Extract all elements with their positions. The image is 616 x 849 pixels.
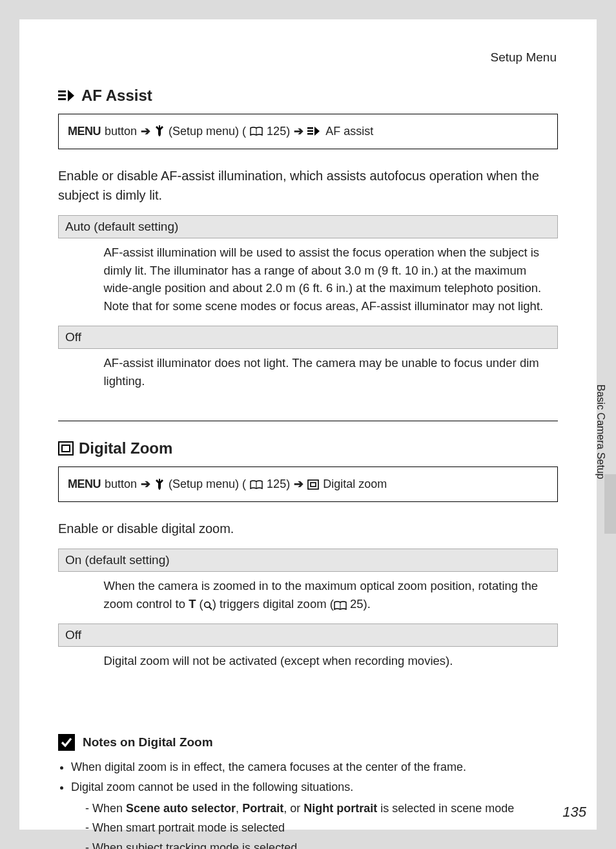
digital-zoom-icon <box>307 479 319 490</box>
notes-header: Notes on Digital Zoom <box>58 734 558 751</box>
menu-button-label: MENU <box>68 475 101 494</box>
note-sub-item: When Scene auto selector, Portrait, or N… <box>85 799 558 819</box>
nav-setup-text: (Setup menu) ( <box>169 475 246 494</box>
nav-item: AF assist <box>325 122 373 141</box>
option-label: Auto (default setting) <box>59 215 558 238</box>
af-assist-icon <box>58 89 76 103</box>
check-icon <box>58 734 75 751</box>
nav-pageref: 125) <box>267 475 290 494</box>
page-number: 135 <box>562 804 586 821</box>
manual-page: Setup Menu AF Assist MENU button ➔ (Setu… <box>19 19 597 830</box>
arrow-icon: ➔ <box>141 475 150 494</box>
option-label: Off <box>59 326 558 348</box>
section1-title-text: AF Assist <box>81 87 152 105</box>
option-desc: When the camera is zoomed in to the maxi… <box>59 572 558 624</box>
svg-rect-1 <box>58 94 66 96</box>
note-item: When digital zoom is in effect, the came… <box>71 757 558 777</box>
option-desc: AF-assist illumination will be used to a… <box>59 238 558 326</box>
option-label: Off <box>59 624 558 646</box>
svg-rect-5 <box>307 131 313 132</box>
book-icon <box>250 127 263 136</box>
svg-rect-0 <box>58 90 66 92</box>
option-desc: Digital zoom will not be activated (exce… <box>59 646 558 680</box>
menu-button-label: MENU <box>68 122 101 141</box>
section-digital-zoom-title: Digital Zoom <box>58 439 558 457</box>
af-assist-icon <box>307 126 322 136</box>
section2-intro: Enable or disable digital zoom. <box>58 519 558 538</box>
wrench-icon <box>154 479 165 490</box>
section-af-assist-title: AF Assist <box>58 87 558 105</box>
note-sub-item: When smart portrait mode is selected <box>85 818 558 838</box>
nav-pageref: 125) <box>267 122 290 141</box>
svg-point-12 <box>205 602 210 607</box>
nav-item: Digital zoom <box>323 475 387 494</box>
svg-rect-8 <box>62 445 70 452</box>
section1-options-table: Auto (default setting) AF-assist illumin… <box>58 215 558 401</box>
option-label: On (default setting) <box>59 549 558 572</box>
digital-zoom-icon <box>58 441 74 456</box>
book-icon <box>250 480 263 489</box>
note-item: Digital zoom cannot be used in the follo… <box>71 777 558 849</box>
section2-title-text: Digital Zoom <box>79 439 172 457</box>
svg-rect-7 <box>59 442 73 455</box>
book-icon <box>334 601 347 610</box>
svg-rect-10 <box>308 480 318 489</box>
header-menu-name: Setup Menu <box>58 50 558 65</box>
nav-path-digital-zoom: MENU button ➔ (Setup menu) ( 125) ➔ Digi… <box>58 466 558 502</box>
svg-rect-4 <box>307 127 313 129</box>
section-divider <box>58 421 558 421</box>
svg-rect-2 <box>58 98 66 100</box>
wrench-icon <box>154 125 165 137</box>
nav-setup-text: (Setup menu) ( <box>169 122 246 141</box>
notes-title: Notes on Digital Zoom <box>83 735 213 749</box>
nav-button-word: button <box>105 475 137 494</box>
magnify-icon <box>203 601 212 610</box>
nav-path-af-assist: MENU button ➔ (Setup menu) ( 125) ➔ AF a… <box>58 114 558 149</box>
note-sub-item: When subject tracking mode is selected <box>85 838 558 849</box>
section2-options-table: On (default setting) When the camera is … <box>58 549 558 680</box>
thumb-tab <box>604 474 616 534</box>
arrow-icon: ➔ <box>294 122 303 141</box>
svg-line-13 <box>209 607 212 609</box>
section1-intro: Enable or disable AF-assist illumination… <box>58 166 558 205</box>
svg-rect-11 <box>311 483 316 487</box>
side-tab-label: Basic Camera Setup <box>595 384 606 479</box>
svg-rect-6 <box>307 133 313 134</box>
nav-button-word: button <box>105 122 137 141</box>
notes-list: When digital zoom is in effect, the came… <box>58 757 558 849</box>
option-desc: AF-assist illuminator does not light. Th… <box>59 348 558 400</box>
arrow-icon: ➔ <box>294 475 303 494</box>
arrow-icon: ➔ <box>141 122 150 141</box>
